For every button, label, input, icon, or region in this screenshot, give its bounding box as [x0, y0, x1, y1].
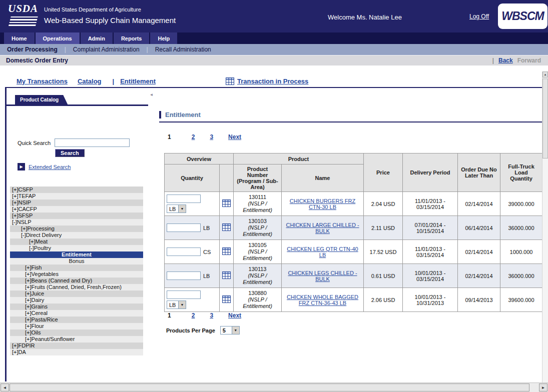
welcome-text: Welcome Ms. Natalie Lee: [328, 14, 402, 21]
scroll-right-icon[interactable]: ►: [539, 384, 547, 392]
tree-item-beans[interactable]: [+]Beans (Canned and Dry): [10, 278, 143, 284]
tree-item-fish[interactable]: [+]Fish: [10, 264, 143, 271]
tab-help[interactable]: Help: [150, 32, 177, 44]
tree-item-oils[interactable]: [+]Oils: [10, 330, 143, 336]
delivery-period-cell: 11/01/2013 - 03/15/2014: [403, 192, 458, 216]
tree-item-cereal[interactable]: [+]Cereal: [10, 310, 143, 316]
products-per-page-select[interactable]: 5 ▼: [220, 326, 240, 334]
price-cell: 2.06 USD: [364, 288, 403, 312]
log-off-link[interactable]: Log Off: [469, 13, 489, 20]
tree-item-tefap[interactable]: [+]TEFAP: [10, 193, 143, 200]
tree-item-pasta-rice[interactable]: [+]Pasta/Rice: [10, 316, 143, 323]
quantity-input[interactable]: [167, 272, 201, 280]
page-3-link[interactable]: 3: [210, 312, 213, 319]
tree-item-cacfp[interactable]: [+]CACFP: [10, 206, 143, 212]
order-due-cell: 02/14/2014: [458, 264, 500, 288]
chevron-down-icon: ▼: [232, 326, 239, 334]
tree-item-bonus[interactable]: Bonus: [10, 258, 143, 264]
tab-reports[interactable]: Reports: [114, 32, 150, 44]
tree-item-nsip[interactable]: [+]NSIP: [10, 200, 143, 206]
page-title: Domestic Order Entry: [6, 57, 68, 64]
usda-logo-stripes: [8, 16, 38, 28]
wbscm-logo: WBSCM: [498, 4, 547, 29]
vertical-scrollbar[interactable]: ▲: [542, 72, 548, 382]
order-due-cell: 02/14/2014: [458, 192, 500, 216]
quantity-input[interactable]: [167, 194, 201, 203]
wbscm-logo-text: WBSCM: [501, 10, 543, 23]
extended-search-arrow-icon[interactable]: ▶: [18, 163, 25, 170]
tab-admin[interactable]: Admin: [81, 32, 113, 44]
product-name-link[interactable]: CHICKEN LEG QTR CTN-40 LB: [287, 246, 358, 258]
tab-operations[interactable]: Operations: [36, 32, 80, 44]
tree-item-processing[interactable]: [+]Processing: [10, 226, 143, 232]
column-header-price: Price: [364, 154, 403, 192]
program-subarea: (NSLP / Entitlement): [236, 296, 279, 310]
product-name-link[interactable]: CHICKEN WHOLE BAGGED FRZ CTN-36-43 LB: [287, 294, 358, 306]
tree-item-grains[interactable]: [+]Grains: [10, 304, 143, 310]
unit-select[interactable]: LB ▼: [167, 300, 186, 309]
product-catalog-panel: Product Catalog Quick Search Search ▶ Ex…: [7, 90, 148, 381]
add-to-transaction-icon[interactable]: [222, 248, 231, 255]
scroll-left-icon[interactable]: ◄: [1, 384, 9, 392]
column-header-delivery-period: Delivery Period: [403, 154, 458, 192]
add-to-transaction-icon[interactable]: [222, 296, 231, 303]
quantity-input[interactable]: [167, 290, 201, 299]
quick-search-input[interactable]: [55, 138, 130, 147]
horizontal-scrollbar-thumb[interactable]: [10, 384, 529, 392]
tree-item-poultry[interactable]: [-]Poultry: [10, 245, 143, 252]
add-to-transaction-icon[interactable]: [222, 224, 231, 231]
tree-item-flour[interactable]: [+]Flour: [10, 323, 143, 330]
products-per-page-label: Products Per Page: [166, 328, 215, 334]
subnav: Order Processing | Complaint Administrat…: [0, 44, 548, 55]
quantity-input[interactable]: [167, 248, 201, 256]
tree-item-fruits[interactable]: [+]Fruits (Canned, Dried, Fresh,Frozen): [10, 284, 143, 290]
tree-item-direct-delivery[interactable]: [-]Direct Delivery: [10, 232, 143, 238]
subnav-complaint-administration[interactable]: Complaint Administration: [73, 46, 140, 53]
tree-item-nslp[interactable]: [-]NSLP: [10, 219, 143, 226]
scroll-up-icon[interactable]: ▲: [542, 72, 548, 78]
subnav-recall-administration[interactable]: Recall Administration: [155, 46, 211, 53]
tree-item-peanut-sunflower[interactable]: [+]Peanut/Sunflower: [10, 336, 143, 342]
products-per-page-row: Products Per Page 5 ▼: [166, 326, 240, 334]
product-name-link[interactable]: CHICKEN LARGE CHILLED - BULK: [286, 222, 359, 234]
add-to-transaction-icon[interactable]: [222, 200, 231, 207]
tree-item-entitlement-selected[interactable]: Entitlement: [10, 252, 143, 258]
subnav-order-processing[interactable]: Order Processing: [7, 46, 58, 53]
ftl-quantity-cell: 39000.000: [500, 192, 542, 216]
catalog-link[interactable]: Catalog: [78, 78, 102, 85]
usda-logo: USDA: [5, 2, 41, 28]
tree-item-sfsp[interactable]: [+]SFSP: [10, 212, 143, 219]
next-page-link[interactable]: Next: [228, 312, 241, 319]
entitlement-link[interactable]: Entitlement: [120, 78, 156, 85]
back-link[interactable]: Back: [498, 57, 513, 64]
add-to-transaction-icon[interactable]: [222, 272, 231, 279]
search-button[interactable]: Search: [55, 149, 85, 157]
horizontal-scrollbar[interactable]: ◄ ►: [0, 382, 548, 392]
transaction-in-process-link[interactable]: Transaction in Process: [226, 78, 308, 85]
tree-item-meat[interactable]: [+]Meat: [10, 238, 143, 245]
extended-search-link[interactable]: Extended Search: [29, 164, 71, 170]
product-name-link[interactable]: CHICKEN LEGS CHILLED - BULK: [288, 270, 357, 282]
tree-item-csfp[interactable]: [+]CSFP: [10, 186, 143, 193]
vertical-scrollbar-thumb[interactable]: [542, 78, 548, 158]
ftl-quantity-cell: 36000.000: [500, 216, 542, 240]
unit-select[interactable]: LB ▼: [167, 204, 186, 213]
tree-item-juice[interactable]: [+]Juice: [10, 290, 143, 297]
page-3-link[interactable]: 3: [210, 134, 213, 140]
history-controls: | Back Forward: [492, 57, 541, 64]
page-2-link[interactable]: 2: [192, 134, 195, 140]
page-2-link[interactable]: 2: [192, 312, 195, 319]
tree-item-da[interactable]: [+]DA: [10, 349, 143, 356]
quantity-input[interactable]: [167, 224, 201, 232]
page-current: 1: [168, 312, 171, 319]
tree-item-dairy[interactable]: [+]Dairy: [10, 297, 143, 304]
tree-item-fdpir[interactable]: [+]FDPIR: [10, 342, 143, 349]
next-page-link[interactable]: Next: [228, 134, 241, 140]
collapse-panel-icon[interactable]: ◄: [150, 92, 154, 97]
my-transactions-link[interactable]: My Transactions: [17, 78, 68, 85]
tab-home[interactable]: Home: [4, 32, 35, 44]
product-name-link[interactable]: CHICKEN BURGERS FRZ CTN-30 LB: [290, 198, 355, 210]
program-subarea: (NSLP / Entitlement): [236, 224, 279, 238]
tree-item-vegetables[interactable]: [+]Vegetables: [10, 271, 143, 278]
panel-splitter[interactable]: ◄: [148, 89, 155, 382]
